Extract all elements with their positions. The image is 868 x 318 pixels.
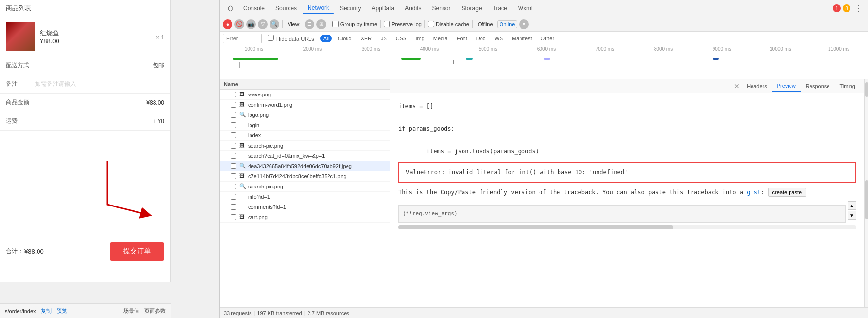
file-item[interactable]: 🖼 wave.png [220,90,390,100]
filter-doc[interactable]: Doc [473,35,489,42]
preserve-log-checkbox[interactable] [384,21,390,27]
file-checkbox[interactable] [231,173,236,179]
view-list-icon[interactable]: ☰ [305,19,314,29]
tab-preview[interactable]: Preview [772,81,801,92]
tab-wxml[interactable]: Wxml [513,3,538,14]
file-type-icon [239,122,246,129]
filter-xhr[interactable]: XHR [358,35,375,42]
devtools-panel: ⬡ Console Sources Network Security AppDa… [219,0,868,318]
tab-response[interactable]: Response [801,81,835,91]
code-line: items = [] [398,101,856,112]
file-item[interactable]: 🖼 c7e114bf7d4243fdbc8ce6beffc352c1.png [220,171,390,182]
file-item[interactable]: search?cat_id=0&mix_kw=&p=1 [220,151,390,161]
hide-data-urls-checkbox[interactable] [268,35,274,41]
file-checkbox[interactable] [231,92,236,97]
file-checkbox[interactable] [231,194,236,200]
filter-button[interactable]: ▽ [258,19,268,29]
file-item[interactable]: login [220,120,390,131]
filter-css[interactable]: CSS [393,35,410,42]
transferred-size: 197 KB transferred [257,310,302,316]
tab-security[interactable]: Security [335,3,366,14]
scroll-down-button[interactable]: ▼ [848,211,856,220]
tl-9000: 9000 ms [693,46,751,52]
tab-audits[interactable]: Audits [400,3,426,14]
scroll-up-button[interactable]: ▲ [848,201,856,210]
file-item-selected[interactable]: 🔍 4ea3432665a84fb592d4e06dc70ab92f.jpeg [220,161,390,171]
file-checkbox[interactable] [231,143,236,149]
filter-input[interactable] [223,34,262,43]
file-checkbox[interactable] [231,102,236,108]
tab-sensor[interactable]: Sensor [427,3,456,14]
code-line: if params_goods: [398,123,856,134]
filter-all[interactable]: All [320,35,332,42]
horizontal-scrollbar[interactable] [398,225,856,229]
create-paste-button[interactable]: create paste [768,188,807,197]
preserve-log-option[interactable]: Preserve log [384,21,422,27]
file-item[interactable]: 🔍 search-pic.png [220,182,390,192]
file-type-icon [239,204,246,210]
file-checkbox[interactable] [231,163,236,169]
file-checkbox[interactable] [231,153,236,159]
file-item[interactable]: 🖼 cart.png [220,212,390,223]
tab-timing[interactable]: Timing [834,81,860,91]
filter-media[interactable]: Media [430,35,451,42]
cart-header: 商品列表 [0,0,170,17]
online-label[interactable]: Online [497,20,518,28]
tab-sources[interactable]: Sources [270,3,302,14]
preview-link[interactable]: 预览 [57,307,67,315]
camera-button[interactable]: 📷 [246,19,256,29]
tab-storage[interactable]: Storage [457,3,487,14]
filter-ws[interactable]: WS [491,35,506,42]
requests-count: 33 requests [224,310,251,316]
tab-trace[interactable]: Trace [488,3,512,14]
file-checkbox[interactable] [231,214,236,220]
search-button[interactable]: 🔍 [270,19,279,29]
filter-img[interactable]: Img [412,35,427,42]
filter-js[interactable]: JS [378,35,390,42]
gist-link[interactable]: gist [747,189,761,196]
close-preview-button[interactable]: ✕ [732,82,742,90]
traceback-intro: This is the Copy/Paste friendly version … [398,188,856,197]
file-item[interactable]: info?id=1 [220,192,390,202]
disable-cache-option[interactable]: Disable cache [428,21,469,27]
hide-data-urls-option[interactable]: Hide data URLs [265,34,317,43]
file-item[interactable]: 🖼 search-pic.png [220,141,390,151]
file-checkbox[interactable] [231,112,236,118]
view-grid-icon[interactable]: ⊞ [316,19,326,29]
filter-font[interactable]: Font [454,35,470,42]
submit-order-button[interactable]: 提交订单 [110,242,164,261]
tab-network[interactable]: Network [303,2,334,14]
file-item[interactable]: index [220,131,390,141]
file-checkbox[interactable] [231,132,236,138]
group-by-frame-option[interactable]: Group by frame [332,21,377,27]
tab-headers[interactable]: Headers [742,81,772,91]
file-type-icon: 🖼 [239,101,246,108]
tl-11000: 11000 ms [810,46,868,52]
params-label[interactable]: 页面参数 [144,307,166,315]
filter-cloud[interactable]: Cloud [335,35,355,42]
file-checkbox[interactable] [231,204,236,210]
code-line [398,135,856,146]
clear-button[interactable]: 🚫 [234,19,244,29]
tab-console[interactable]: Console [238,3,270,14]
file-checkbox[interactable] [231,184,236,189]
req-args-box: (**req.view_args) [398,205,846,223]
group-by-frame-checkbox[interactable] [332,21,339,27]
record-button[interactable]: ● [223,19,232,29]
dropdown-icon[interactable]: ▼ [519,19,529,29]
devtools-filter-bar: Hide data URLs All Cloud XHR JS CSS Img … [220,32,868,45]
file-item[interactable]: comments?id=1 [220,202,390,212]
file-checkbox[interactable] [231,122,236,128]
copy-link[interactable]: 复制 [41,307,52,315]
cursor-icon[interactable]: ⬡ [224,1,237,15]
filter-manifest[interactable]: Manifest [509,35,535,42]
disable-cache-checkbox[interactable] [428,21,434,27]
tab-appdata[interactable]: AppData [366,3,399,14]
file-item[interactable]: 🖼 confirm-word1.png [220,100,390,110]
file-item[interactable]: 🔍 logo.png [220,110,390,120]
error-box: ValueError: invalid literal for int() wi… [398,162,856,183]
scene-label[interactable]: 场景值 [123,307,139,315]
offline-label: Offline [476,21,495,27]
filter-other[interactable]: Other [538,35,558,42]
more-button[interactable]: ⋮ [852,4,864,13]
